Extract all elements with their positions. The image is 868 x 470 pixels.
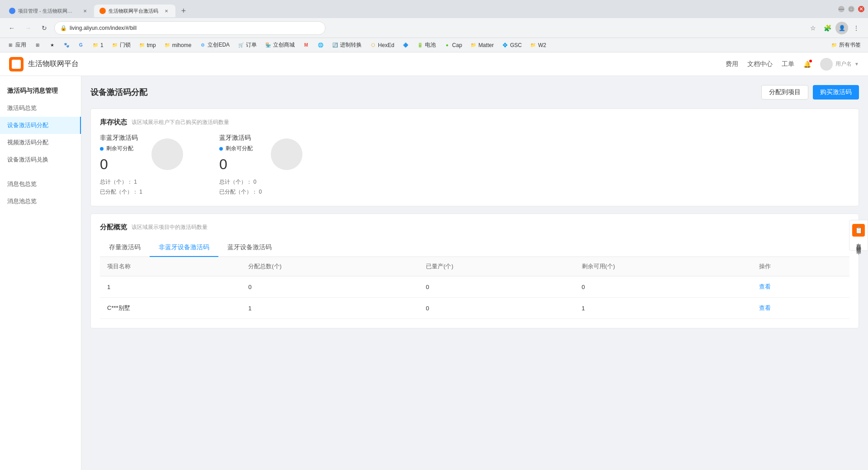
page-header: 设备激活码分配 分配到项目 购买激活码 [90,85,859,100]
bookmark-matter[interactable]: 📁 Matter [467,41,497,49]
cap-icon: ● [444,42,450,48]
sidebar-item-device-activation[interactable]: 设备激活码分配 [0,117,81,134]
bookmark-lichuang-eda[interactable]: ⚙ 立创EDA [196,40,233,50]
cell-action-1[interactable]: 查看 [752,298,849,319]
tab1-close[interactable]: ✕ [81,7,89,14]
bookmark-cap[interactable]: ● Cap [440,41,466,49]
bluetooth-total: 总计（个）： 0 [219,177,262,187]
sidebar-item-video-activation[interactable]: 视频激活码分配 [0,134,81,151]
back-button[interactable]: ← [5,22,18,34]
non-bluetooth-inventory: 非蓝牙激活码 剩余可分配 0 总计（个）： 1 [100,134,183,197]
bluetooth-info: 蓝牙激活码 剩余可分配 0 总计（个）： 0 [219,134,262,197]
inventory-card: 库存状态 该区域展示租户下自己购买的激活码数量 非蓝牙激活码 剩余可分配 0 [90,109,859,206]
cell-produced-0: 0 [419,276,574,298]
gmail-icon: M [303,42,309,48]
address-bar[interactable]: 🔒 living.aliyun.com/index/#/bill [54,21,326,35]
new-tab-button[interactable]: + [177,5,190,17]
sidebar-section-title: 激活码与消息管理 [0,81,81,100]
forward-button[interactable]: → [22,22,34,34]
minimize-button[interactable]: — [838,6,844,12]
extensions-button[interactable]: 🧩 [821,22,834,34]
bookmark-star-button[interactable]: ☆ [807,22,819,34]
non-bluetooth-label: 非蓝牙激活码 [100,134,142,142]
non-bluetooth-circle [151,138,183,170]
tab-inventory[interactable]: 存量激活码 [100,239,150,257]
star-icon: ★ [49,42,55,48]
cell-action-0[interactable]: 查看 [752,276,849,298]
non-bluetooth-count: 0 [100,156,142,173]
bookmark-globe[interactable]: 🌐 [314,41,327,49]
cell-total-1: 1 [241,298,419,319]
bookmark-gsc[interactable]: 💠 GSC [498,41,525,49]
top-nav: 生活物联网平台 费用 文档中心 工单 🔔 用户名 ▼ [0,52,868,76]
tab2-close[interactable]: ✕ [163,7,170,14]
docs-link[interactable]: 文档中心 [747,60,773,68]
sidebar-item-message-pool[interactable]: 消息池总览 [0,193,81,210]
sidebar-label-device-activation: 设备激活码分配 [7,121,48,129]
col-project-name: 项目名称 [100,257,241,276]
bookmark-converter[interactable]: 🔄 进制转换 [328,40,365,50]
tab2-title: 生活物联网平台激活码 [108,8,158,14]
distribution-card-subtitle: 该区域展示项目中的激活码数量 [132,223,208,231]
tab1-favicon [9,8,15,14]
notification-dot [809,60,812,62]
battery-icon: 🔋 [417,42,423,48]
bookmark-battery[interactable]: 🔋 电池 [413,40,439,50]
notification-button[interactable]: 🔔 [803,61,811,68]
bluetooth-inventory: 蓝牙激活码 剩余可分配 0 总计（个）： 0 [219,134,302,197]
user-name: 用户名 [835,60,852,68]
bookmark-gmail[interactable]: M [299,41,313,49]
folder-icon: 📁 [92,42,99,48]
maximize-button[interactable]: □ [848,6,854,12]
browser-tab-1[interactable]: 项目管理 - 生活物联网平台 ✕ [4,5,94,17]
bookmark-star[interactable]: ★ [45,41,59,49]
sidebar-item-activation-overview[interactable]: 激活码总览 [0,100,81,117]
bookmark-google[interactable]: G [74,41,88,49]
bookmark-hexed[interactable]: ⬡ HexEd [366,41,398,49]
right-float-panel[interactable]: 📋 自有品牌猫精工单 [849,220,868,251]
fee-link[interactable]: 费用 [726,60,738,68]
profile-button[interactable]: 👤 [835,22,848,34]
bookmark-apps[interactable]: ⊞ 应用 [4,40,30,50]
blue-icon: 🔷 [402,42,409,48]
bookmark-order[interactable]: 🛒 订单 [234,40,260,50]
bookmark-folder-1[interactable]: 📁 1 [89,41,107,49]
browser-tab-2[interactable]: 生活物联网平台激活码 ✕ [94,5,175,17]
workorder-link[interactable]: 工单 [782,60,794,68]
bookmark-w2-label: W2 [538,42,546,48]
bookmark-w2[interactable]: 📁 W2 [526,41,550,49]
bookmark-hexed-label: HexEd [378,42,394,48]
bookmark-mihome[interactable]: 📁 mihome [160,41,195,49]
bookmark-all-label: 所有书签 [839,41,861,49]
view-link-1[interactable]: 查看 [759,304,771,311]
sidebar-item-message-overview[interactable]: 消息包总览 [0,176,81,193]
tab-non-bluetooth[interactable]: 非蓝牙设备激活码 [150,239,218,257]
tab-bluetooth-device[interactable]: 蓝牙设备激活码 [218,239,281,257]
bookmark-paw[interactable]: 🐾 [60,41,73,49]
distribution-table: 项目名称 分配总数(个) 已量产(个) 剩余可用(个) 操作 1 0 0 0 查… [100,257,849,319]
bookmark-tmp[interactable]: 📁 tmp [135,41,160,49]
sidebar-label-message-overview: 消息包总览 [7,180,37,188]
bluetooth-label: 蓝牙激活码 [219,134,262,142]
bookmark-all[interactable]: 📁 所有书签 [827,40,864,50]
eda-icon: ⚙ [199,42,206,48]
sidebar-item-activation-exchange[interactable]: 设备激活码兑换 [0,151,81,168]
bookmark-grid[interactable]: ⊞ [31,41,44,49]
distribute-button[interactable]: 分配到项目 [761,85,808,100]
menu-button[interactable]: ⋮ [850,22,863,34]
bluetooth-circle [271,138,302,170]
bookmark-blue[interactable]: 🔷 [399,41,412,49]
top-nav-actions: 费用 文档中心 工单 🔔 用户名 ▼ [726,58,859,71]
user-avatar-area[interactable]: 用户名 ▼ [820,58,859,71]
view-link-0[interactable]: 查看 [759,283,771,290]
header-actions: 分配到项目 购买激活码 [761,85,859,100]
bookmark-doorlock[interactable]: 📁 门锁 [108,40,134,50]
refresh-button[interactable]: ↻ [38,22,51,34]
bookmark-mall[interactable]: 🏪 立创商城 [261,40,298,50]
browser-titlebar: 项目管理 - 生活物联网平台 ✕ 生活物联网平台激活码 ✕ + — □ ✕ [0,0,868,18]
inventory-card-title: 库存状态 [100,118,127,127]
google-icon: G [78,42,84,48]
buy-button[interactable]: 购买激活码 [813,85,859,100]
close-button[interactable]: ✕ [858,6,864,12]
bookmark-apps-label: 应用 [15,41,26,49]
